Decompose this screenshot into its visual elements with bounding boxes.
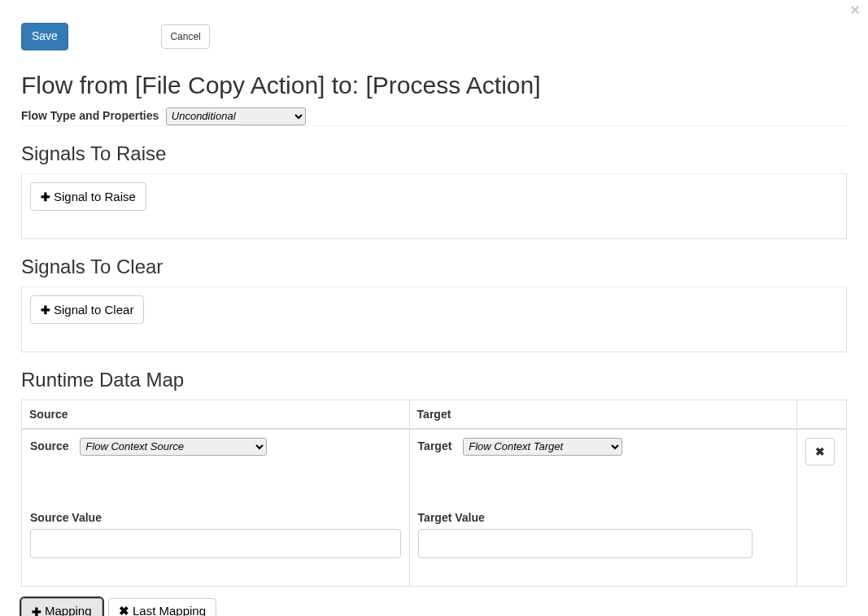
add-mapping-label: Mapping <box>45 604 92 616</box>
add-mapping-button[interactable]: ✚ Mapping <box>21 598 103 616</box>
plus-icon: ✚ <box>41 190 50 203</box>
signals-raise-heading: Signals To Raise <box>21 142 847 165</box>
col-actions <box>797 400 847 429</box>
flow-type-label: Flow Type and Properties <box>21 109 159 122</box>
add-signal-raise-button[interactable]: ✚ Signal to Raise <box>30 182 146 211</box>
signals-clear-panel: ✚ Signal to Clear <box>21 286 847 352</box>
save-button[interactable]: Save <box>21 23 68 50</box>
close-icon[interactable]: × <box>850 2 860 18</box>
runtime-data-map-table: Source Target Source Flow Context Source… <box>21 400 847 587</box>
source-value-label: Source Value <box>30 511 401 524</box>
last-mapping-label: Last Mapping <box>133 604 206 616</box>
runtime-map-heading: Runtime Data Map <box>21 369 847 391</box>
col-target: Target <box>409 400 797 429</box>
flow-type-select[interactable]: Unconditional <box>166 107 306 125</box>
source-select[interactable]: Flow Context Source <box>80 438 267 456</box>
plus-icon: ✚ <box>32 605 41 616</box>
mapping-row: Source Flow Context Source Source Value … <box>22 429 847 587</box>
target-value-label: Target Value <box>418 511 789 524</box>
add-signal-clear-button[interactable]: ✚ Signal to Clear <box>30 295 144 324</box>
source-value-input[interactable] <box>30 529 401 558</box>
page-title: Flow from [File Copy Action] to: [Proces… <box>21 72 847 99</box>
col-source: Source <box>22 400 410 429</box>
add-signal-clear-label: Signal to Clear <box>54 303 133 317</box>
target-select[interactable]: Flow Context Target <box>463 438 622 456</box>
signals-raise-panel: ✚ Signal to Raise <box>21 173 847 239</box>
last-mapping-button[interactable]: ✖ Last Mapping <box>108 598 216 616</box>
plus-icon: ✚ <box>41 304 50 317</box>
target-label: Target <box>418 439 452 452</box>
remove-mapping-button[interactable]: ✖ <box>805 438 835 465</box>
add-signal-raise-label: Signal to Raise <box>54 190 136 203</box>
close-icon: ✖ <box>119 604 129 616</box>
mapping-buttons: ✚ Mapping ✖ Last Mapping <box>21 598 847 616</box>
close-icon: ✖ <box>815 445 825 458</box>
target-value-input[interactable] <box>418 529 752 558</box>
cancel-button[interactable]: Cancel <box>161 24 209 49</box>
toolbar: Save Cancel <box>21 0 847 57</box>
signals-clear-heading: Signals To Clear <box>21 256 847 278</box>
source-label: Source <box>30 439 68 452</box>
